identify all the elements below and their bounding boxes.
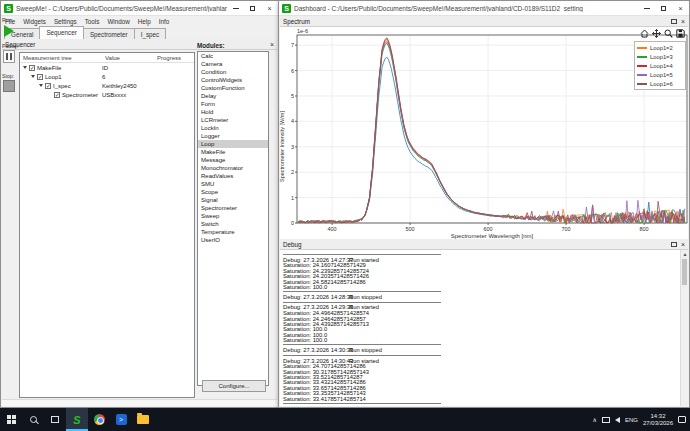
blue-app-icon: >	[116, 414, 127, 425]
scroll-up-icon[interactable]: ▲	[681, 250, 688, 258]
pause-icon	[6, 53, 8, 60]
module-item-loop[interactable]: Loop	[198, 140, 268, 148]
tree-row-makefile[interactable]: ✓MakeFileID	[20, 63, 194, 72]
spectrum-dock-float-icon[interactable]	[671, 19, 677, 24]
configure-button[interactable]: Configure...	[202, 380, 266, 392]
dashboard-titlebar[interactable]: S Dashboard - C:/Users/Public/Documents/…	[279, 1, 689, 16]
module-item-delay[interactable]: Delay	[198, 92, 268, 100]
language-indicator[interactable]: ENG	[625, 417, 638, 423]
file-explorer-icon	[137, 415, 149, 424]
minimize-button[interactable]	[638, 1, 655, 16]
checkbox[interactable]: ✓	[54, 92, 60, 98]
module-item-makefile[interactable]: MakeFile	[198, 148, 268, 156]
module-item-controlwidgets[interactable]: ControlWidgets	[198, 76, 268, 84]
series-Loop1=4	[298, 38, 685, 223]
menu-item-tools[interactable]: Tools	[85, 18, 100, 25]
minimize-icon	[233, 8, 239, 9]
start-button[interactable]	[0, 408, 22, 431]
checkbox[interactable]: ✓	[29, 65, 35, 71]
module-item-userio[interactable]: UserIO	[198, 236, 268, 244]
module-item-signal[interactable]: Signal	[198, 196, 268, 204]
pan-icon[interactable]	[652, 29, 661, 38]
module-item-logger[interactable]: Logger	[198, 132, 268, 140]
tray-expand-icon[interactable]: ∧	[593, 416, 597, 423]
expander-icon[interactable]	[39, 84, 43, 87]
tree-node-value: 6	[102, 74, 154, 80]
spectrum-dock-header[interactable]: Spectrum ×	[280, 16, 688, 27]
module-item-customfunction[interactable]: CustomFunction	[198, 84, 268, 92]
expander-icon[interactable]	[31, 75, 35, 78]
legend-label: Loop1=6	[650, 81, 673, 87]
module-item-sweep[interactable]: Sweep	[198, 212, 268, 220]
tab-sequencer[interactable]: Sequencer	[39, 26, 83, 39]
run-button[interactable]	[3, 24, 15, 37]
module-item-scope[interactable]: Scope	[198, 188, 268, 196]
debug-dock-float-icon[interactable]	[671, 242, 677, 247]
debug-scrollbar[interactable]: ▲	[680, 250, 688, 406]
taskbar-explorer-button[interactable]	[132, 408, 154, 431]
spectrum-plot[interactable]: 01234567400500600700800Spectrometer Wave…	[280, 27, 688, 239]
taskbar-sweepme-button[interactable]: S	[66, 408, 88, 431]
display-icon[interactable]	[602, 417, 610, 423]
taskbar-app-button[interactable]: >	[110, 408, 132, 431]
legend-label: Loop1=2	[650, 45, 673, 51]
debug-dock-close-icon[interactable]: ×	[681, 240, 685, 249]
module-item-smu[interactable]: SMU	[198, 180, 268, 188]
tree-row-i_spec[interactable]: ✓I_specKeithley2450	[20, 81, 194, 90]
module-item-message[interactable]: Message	[198, 156, 268, 164]
module-item-monochromator[interactable]: Monochromator	[198, 164, 268, 172]
maximize-button[interactable]	[244, 1, 261, 16]
speaker-icon[interactable]	[615, 417, 620, 423]
scrollbar-thumb[interactable]	[682, 259, 687, 285]
menu-item-settings[interactable]: Settings	[54, 18, 77, 25]
task-view-button[interactable]	[44, 408, 66, 431]
module-item-calc[interactable]: Calc	[198, 52, 268, 60]
system-tray: ∧ ENG 14:32 27/03/2026	[593, 413, 690, 427]
checkbox[interactable]: ✓	[37, 74, 43, 80]
module-item-temperature[interactable]: Temperature	[198, 228, 268, 236]
stop-button[interactable]	[3, 80, 15, 92]
sequencer-dock-close-icon[interactable]: ×	[270, 40, 274, 49]
sweepme-titlebar[interactable]: S SweepMe! - C:/Users/Public/Documents/S…	[1, 1, 278, 16]
debug-separator	[283, 355, 441, 356]
module-item-switch[interactable]: Switch	[198, 220, 268, 228]
run-label: Run:	[2, 17, 18, 23]
taskbar-chrome-button[interactable]	[88, 408, 110, 431]
pause-button[interactable]	[3, 50, 15, 63]
zoom-icon[interactable]	[664, 29, 673, 38]
search-icon	[30, 416, 37, 423]
debug-log[interactable]: Debug: 27.3.2026 14:27:37Run startedSatu…	[280, 250, 688, 406]
close-button[interactable]: ×	[261, 1, 278, 16]
expander-icon[interactable]	[23, 66, 27, 69]
menu-item-window[interactable]: Window	[107, 18, 129, 25]
tab-i_spec[interactable]: I_spec	[134, 28, 167, 39]
tree-row-spectrometer[interactable]: ✓SpectrometerUSBxxxx	[20, 90, 194, 99]
close-button[interactable]: ×	[672, 1, 689, 16]
module-item-condition[interactable]: Condition	[198, 68, 268, 76]
spectrum-dock-close-icon[interactable]: ×	[681, 17, 685, 26]
tree-row-loop1[interactable]: ✓Loop16	[20, 72, 194, 81]
module-item-lcrmeter[interactable]: LCRmeter	[198, 116, 268, 124]
home-icon[interactable]	[640, 29, 649, 38]
close-icon: ×	[267, 5, 271, 12]
menu-item-help[interactable]: Help	[138, 18, 151, 25]
module-item-readvalues[interactable]: ReadValues	[198, 172, 268, 180]
maximize-button[interactable]	[655, 1, 672, 16]
module-item-form[interactable]: Form	[198, 100, 268, 108]
menu-item-widgets[interactable]: Widgets	[23, 18, 46, 25]
taskbar-search-button[interactable]	[22, 408, 44, 431]
taskbar-clock[interactable]: 14:32 27/03/2026	[643, 413, 673, 427]
module-item-camera[interactable]: Camera	[198, 60, 268, 68]
minimize-button[interactable]	[227, 1, 244, 16]
debug-saturation-line: Saturation: 100.0	[283, 284, 688, 289]
legend-entry: Loop1=4	[637, 61, 683, 70]
module-item-hold[interactable]: Hold	[198, 108, 268, 116]
module-item-lockin[interactable]: LockIn	[198, 124, 268, 132]
tab-spectrometer[interactable]: Spectrometer	[83, 28, 135, 39]
menu-item-info[interactable]: Info	[159, 18, 170, 25]
checkbox[interactable]: ✓	[45, 83, 51, 89]
debug-dock-header[interactable]: Debug ×	[280, 239, 688, 250]
module-item-spectrometer[interactable]: Spectrometer	[198, 204, 268, 212]
save-icon[interactable]	[676, 29, 685, 38]
notification-center-icon[interactable]	[678, 416, 686, 423]
